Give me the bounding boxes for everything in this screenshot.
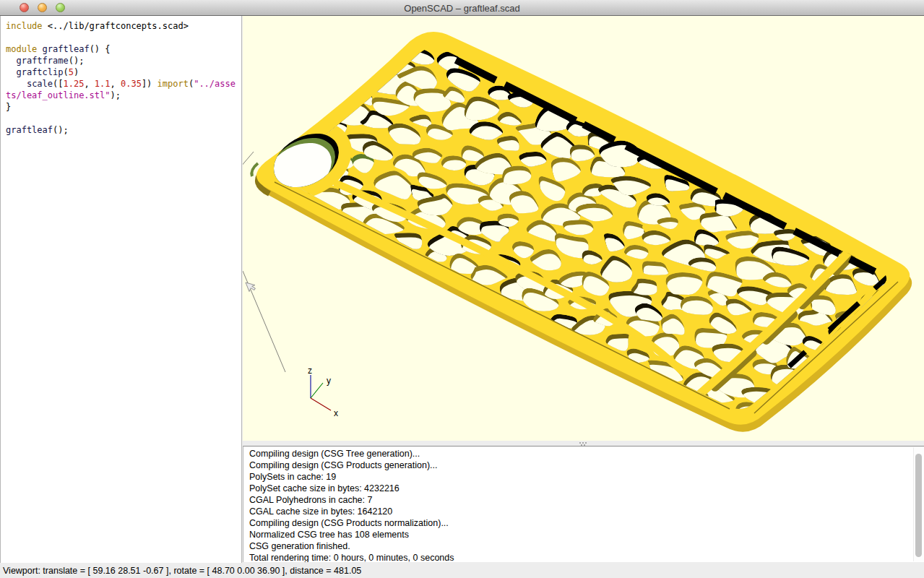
code-line: graftleaf(); xyxy=(6,124,241,136)
z-axis-label: z xyxy=(308,366,312,376)
x-axis-label: x xyxy=(334,408,338,418)
code-token: (); xyxy=(69,56,85,66)
status-bar: Viewport: translate = [ 59.16 28.51 -0.6… xyxy=(0,563,924,578)
code-line: graftclip(5) xyxy=(6,66,241,78)
console-line: PolySets in cache: 19 xyxy=(249,471,924,483)
x-axis-line xyxy=(311,398,331,410)
axis-indicator: zyx xyxy=(308,366,338,418)
console-line: CSG generation finished. xyxy=(249,540,924,552)
console-scrollbar-thumb[interactable] xyxy=(915,454,922,557)
code-token: import xyxy=(157,79,189,89)
code-line: scale([1.25, 1.1, 0.35]) import("../asse xyxy=(6,78,241,90)
case-model xyxy=(249,32,912,432)
code-token: ( xyxy=(63,67,68,77)
console-line: PolySet cache size in bytes: 4232216 xyxy=(249,483,924,494)
console-scrollbar[interactable] xyxy=(913,447,924,561)
code-token: include xyxy=(6,21,43,31)
code-token: 0.35 xyxy=(121,79,142,89)
code-token: <../lib/graftconcepts.scad> xyxy=(43,21,189,31)
console-log: Compiling design (CSG Tree generation)..… xyxy=(243,447,924,562)
title-bar[interactable]: OpenSCAD – graftleaf.scad xyxy=(0,0,924,16)
rendered-model-canvas: zyx xyxy=(243,16,924,441)
code-token: ]) xyxy=(142,79,157,89)
console-line: Compiling design (CSG Products normaliza… xyxy=(249,517,924,529)
code-token: 1.25 xyxy=(63,79,84,89)
y-axis-line xyxy=(311,383,323,398)
code-token: graftframe xyxy=(16,56,68,66)
splitter-grip-icon xyxy=(579,442,587,445)
console-splitter[interactable] xyxy=(243,441,924,446)
code-token: ) xyxy=(74,67,79,77)
code-token: () { xyxy=(90,44,111,54)
code-token: graftleaf xyxy=(43,44,90,54)
console-panel[interactable]: Compiling design (CSG Tree generation)..… xyxy=(243,446,924,562)
code-line: include <../lib/graftconcepts.scad> xyxy=(6,20,241,32)
code-token xyxy=(6,67,16,77)
code-token xyxy=(6,79,27,89)
code-token xyxy=(37,44,42,54)
code-token: ([ xyxy=(53,79,63,89)
mouse-cursor xyxy=(246,282,255,292)
code-token: 5 xyxy=(69,67,74,77)
window-title: OpenSCAD – graftleaf.scad xyxy=(0,3,924,14)
code-token: ts/leaf_outline.stl" xyxy=(6,90,111,100)
code-line: graftframe(); xyxy=(6,55,241,66)
code-token: } xyxy=(6,102,11,112)
openscad-window: OpenSCAD – graftleaf.scad include <../li… xyxy=(0,0,924,578)
console-line: CGAL Polyhedrons in cache: 7 xyxy=(249,494,924,506)
code-token: ); xyxy=(111,90,121,100)
code-token: , xyxy=(111,79,121,89)
console-line: Total rendering time: 0 hours, 0 minutes… xyxy=(249,552,924,562)
code-token: 1.1 xyxy=(95,79,111,89)
code-token: "../asse xyxy=(194,79,236,89)
code-token: graftleaf xyxy=(6,125,53,135)
code-token: module xyxy=(6,44,37,54)
code-line: module graftleaf() { xyxy=(6,43,241,55)
y-axis-label: y xyxy=(327,376,331,386)
code-line xyxy=(6,113,241,124)
console-line: Compiling design (CSG Tree generation)..… xyxy=(249,448,924,460)
code-line xyxy=(6,32,241,43)
code-token: (); xyxy=(53,125,69,135)
3d-viewport[interactable]: zyx xyxy=(243,16,924,441)
console-line: Compiling design (CSG Products generatio… xyxy=(249,460,924,471)
code-token: , xyxy=(84,79,94,89)
code-line: } xyxy=(6,101,241,113)
console-line: Normalized CSG tree has 108 elements xyxy=(249,529,924,540)
code-token xyxy=(6,56,16,66)
code-token: scale xyxy=(27,79,53,89)
code-token: graftclip xyxy=(16,67,63,77)
code-line: ts/leaf_outline.stl"); xyxy=(6,90,241,101)
viewport-status-text: Viewport: translate = [ 59.16 28.51 -0.6… xyxy=(3,566,361,576)
console-line: CGAL cache size in bytes: 1642120 xyxy=(249,506,924,517)
code-editor[interactable]: include <../lib/graftconcepts.scad> modu… xyxy=(0,16,242,567)
